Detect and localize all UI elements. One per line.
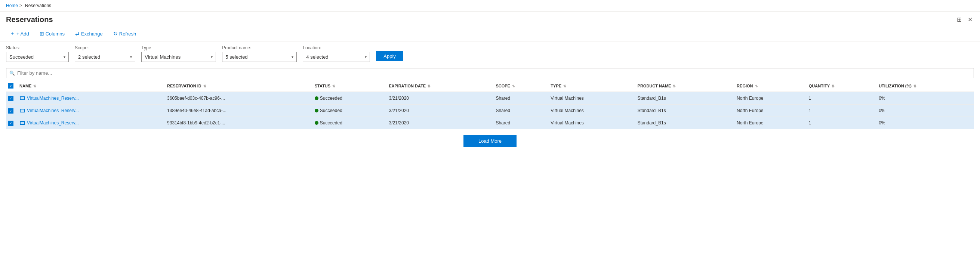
scope-select[interactable]: 2 selected ▾ (75, 52, 135, 62)
columns-button[interactable]: ⊞ Columns (36, 29, 68, 38)
row-quantity: 1 (807, 117, 877, 129)
row-utilization: 0% (877, 105, 974, 117)
status-dot-icon (315, 109, 318, 113)
product-name-chevron-icon: ▾ (291, 55, 293, 59)
reservation-id-sort-icon: ⇅ (203, 84, 206, 88)
vm-icon (19, 108, 25, 114)
row-reservation-id: 93314bf8-1bb9-4ed2-b2c1-... (165, 117, 312, 129)
location-select[interactable]: 4 selected ▾ (303, 52, 370, 62)
row-name[interactable]: VirtualMachines_Reserv... (19, 108, 162, 114)
row-quantity: 1 (807, 92, 877, 105)
breadcrumb-home[interactable]: Home (6, 3, 18, 8)
toolbar: ＋ + Add ⊞ Columns ⇄ Exchange ↻ Refresh (0, 26, 980, 41)
close-button[interactable]: ✕ (966, 14, 974, 25)
table-container: ✓ NAME ⇅ RESERVATION ID ⇅ STATUS ⇅ EXPIR… (0, 80, 980, 129)
page-title: Reservations (6, 15, 53, 24)
add-label: + Add (16, 31, 29, 36)
vm-icon (19, 95, 25, 101)
row-region: North Europe (735, 117, 807, 129)
type-value: Virtual Machines (145, 54, 181, 60)
row-scope: Shared (493, 92, 548, 105)
type-column-header[interactable]: TYPE ⇅ (548, 80, 635, 92)
status-label: Status: (6, 45, 69, 51)
utilization-sort-icon: ⇅ (913, 84, 916, 88)
status-dot-icon (315, 97, 318, 100)
exchange-icon: ⇄ (75, 31, 80, 36)
row-expiration-date: 3/21/2020 (387, 105, 494, 117)
row-product-name: Standard_B1s (635, 117, 735, 129)
type-select[interactable]: Virtual Machines ▾ (141, 52, 216, 62)
location-value: 4 selected (306, 54, 328, 60)
columns-icon: ⊞ (40, 31, 44, 36)
row-expiration-date: 3/21/2020 (387, 117, 494, 129)
product-name-select[interactable]: 5 selected ▾ (222, 52, 297, 62)
row-reservation-id: 1389ee40-46e8-41ad-abca-... (165, 105, 312, 117)
status-column-header[interactable]: STATUS ⇅ (312, 80, 387, 92)
scope-column-header[interactable]: SCOPE ⇅ (493, 80, 548, 92)
product-name-label: Product name: (222, 45, 297, 51)
table-row: ✓VirtualMachines_Reserv...93314bf8-1bb9-… (6, 117, 974, 129)
row-status: Succeeded (312, 92, 387, 105)
product-name-sort-icon: ⇅ (673, 84, 676, 88)
product-name-column-header[interactable]: PRODUCT NAME ⇅ (635, 80, 735, 92)
search-input[interactable] (17, 70, 970, 76)
scope-label: Scope: (75, 45, 135, 51)
row-name[interactable]: VirtualMachines_Reserv... (19, 120, 162, 126)
search-icon: 🔍 (10, 71, 15, 76)
reservation-id-column-header[interactable]: RESERVATION ID ⇅ (165, 80, 312, 92)
vm-icon (19, 120, 25, 126)
row-scope: Shared (493, 105, 548, 117)
add-button[interactable]: ＋ + Add (6, 29, 33, 39)
location-label: Location: (303, 45, 370, 51)
scope-value: 2 selected (78, 54, 100, 60)
quantity-column-header[interactable]: QUANTITY ⇅ (807, 80, 877, 92)
reservations-table: ✓ NAME ⇅ RESERVATION ID ⇅ STATUS ⇅ EXPIR… (6, 80, 974, 129)
row-checkbox[interactable]: ✓ (8, 96, 13, 101)
status-select[interactable]: Succeeded ▾ (6, 52, 69, 62)
exchange-label: Exchange (81, 31, 103, 36)
product-name-filter-group: Product name: 5 selected ▾ (222, 45, 297, 62)
row-expiration-date: 3/21/2020 (387, 92, 494, 105)
type-label: Type (141, 45, 216, 51)
row-product-name: Standard_B1s (635, 92, 735, 105)
status-value: Succeeded (10, 54, 33, 60)
select-all-header[interactable]: ✓ (6, 80, 17, 92)
region-column-header[interactable]: REGION ⇅ (735, 80, 807, 92)
row-reservation-id: 3605baef-d03c-407b-ac96-... (165, 92, 312, 105)
apply-button[interactable]: Apply (376, 51, 403, 61)
table-row: ✓VirtualMachines_Reserv...1389ee40-46e8-… (6, 105, 974, 117)
exchange-button[interactable]: ⇄ Exchange (72, 29, 107, 38)
pin-button[interactable]: ⊞ (955, 14, 963, 25)
product-name-value: 5 selected (225, 54, 247, 60)
status-sort-icon: ⇅ (332, 84, 335, 88)
row-checkbox[interactable]: ✓ (8, 108, 13, 114)
columns-label: Columns (46, 31, 65, 36)
utilization-column-header[interactable]: UTILIZATION (%) ⇅ (877, 80, 974, 92)
load-more-button[interactable]: Load More (463, 135, 517, 147)
search-bar: 🔍 (0, 66, 980, 80)
type-filter-group: Type Virtual Machines ▾ (141, 45, 216, 62)
status-filter-group: Status: Succeeded ▾ (6, 45, 69, 62)
name-column-header[interactable]: NAME ⇅ (17, 80, 165, 92)
svg-rect-5 (21, 122, 24, 124)
row-region: North Europe (735, 105, 807, 117)
row-status: Succeeded (312, 117, 387, 129)
row-type: Virtual Machines (548, 105, 635, 117)
region-sort-icon: ⇅ (755, 84, 758, 88)
refresh-button[interactable]: ↻ Refresh (110, 29, 140, 38)
refresh-label: Refresh (119, 31, 137, 36)
quantity-sort-icon: ⇅ (832, 84, 835, 88)
row-type: Virtual Machines (548, 117, 635, 129)
location-filter-group: Location: 4 selected ▾ (303, 45, 370, 62)
scope-chevron-icon: ▾ (130, 55, 132, 59)
expiration-date-column-header[interactable]: EXPIRATION DATE ⇅ (387, 80, 494, 92)
row-name[interactable]: VirtualMachines_Reserv... (19, 95, 162, 101)
svg-rect-3 (21, 109, 24, 112)
row-checkbox[interactable]: ✓ (8, 120, 13, 126)
page-header: Reservations ⊞ ✕ (0, 11, 980, 26)
name-sort-icon: ⇅ (33, 84, 36, 88)
select-all-checkbox[interactable]: ✓ (8, 83, 13, 89)
row-quantity: 1 (807, 105, 877, 117)
row-utilization: 0% (877, 92, 974, 105)
load-more-container: Load More (0, 129, 980, 153)
